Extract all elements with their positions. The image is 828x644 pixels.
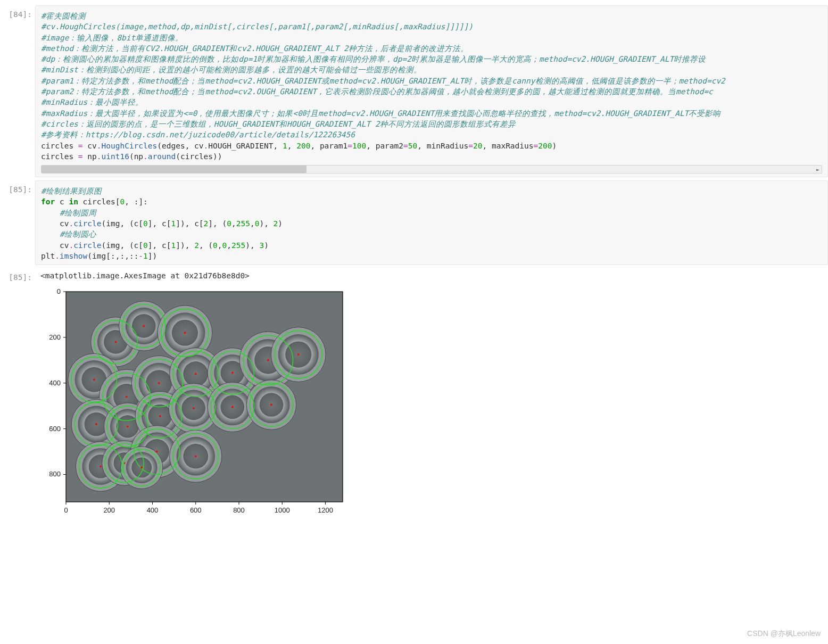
svg-point-79: [231, 372, 234, 374]
svg-point-81: [267, 359, 269, 361]
code-line: circles = np.uint16(np.around(circles)): [41, 151, 822, 162]
code-cell-85: [85]: #绘制结果到原图for c in circles[0, :]: #绘…: [0, 180, 828, 265]
svg-point-85: [95, 423, 97, 425]
comment: #霍夫圆检测: [41, 11, 822, 21]
comment: #param1：特定方法参数，和method配合；当method=cv2.HOU…: [41, 76, 822, 86]
output-text: <matplotlib.image.AxesImage at 0x21d76b8…: [35, 268, 828, 283]
svg-text:400: 400: [49, 379, 61, 387]
svg-point-103: [195, 455, 197, 457]
prompt-84: [84]:: [0, 5, 35, 19]
comment: #minDist：检测到圆心的间距，设置的越小可能检测的圆形越多，设置的越大可能…: [41, 64, 822, 75]
svg-text:1000: 1000: [275, 506, 290, 514]
code-84[interactable]: #霍夫圆检测#cv.HoughCircles(image,method,dp,m…: [41, 11, 822, 162]
prompt-85-out: [85]:: [0, 268, 35, 282]
svg-point-73: [126, 396, 128, 398]
svg-point-83: [297, 353, 300, 356]
svg-text:400: 400: [147, 506, 159, 514]
code-area-84[interactable]: #霍夫圆检测#cv.HoughCircles(image,method,dp,m…: [35, 5, 828, 177]
svg-text:0: 0: [57, 287, 61, 295]
prompt-empty: [0, 286, 35, 291]
comment: #绘制圆心: [41, 229, 822, 240]
svg-text:600: 600: [190, 506, 202, 514]
comment: #param2：特定方法参数，和method配合；当method=cv2.OUG…: [41, 86, 822, 97]
comment: #minRadius：最小圆半径。: [41, 97, 822, 108]
comment: #circles：返回的圆形的点，是一个三维数组，HOUGH_GRADIENT和…: [41, 119, 822, 129]
horizontal-scrollbar[interactable]: ◄ ►: [41, 165, 822, 174]
svg-point-71: [93, 379, 95, 381]
svg-point-91: [193, 407, 195, 409]
svg-text:200: 200: [49, 333, 61, 341]
svg-text:800: 800: [233, 506, 245, 514]
svg-point-67: [143, 325, 145, 327]
scroll-right-arrow-icon[interactable]: ►: [814, 166, 822, 173]
svg-text:0: 0: [64, 506, 68, 514]
output-cell-85-text: [85]: <matplotlib.image.AxesImage at 0x2…: [0, 268, 828, 283]
svg-point-75: [158, 382, 160, 384]
svg-text:200: 200: [103, 506, 115, 514]
comment: #cv.HoughCircles(image,method,dp,minDist…: [41, 21, 822, 32]
comment: #method：检测方法，当前有CV2.HOUGH_GRADIENT和cv2.H…: [41, 43, 822, 54]
comment: #绘制结果到原图: [41, 186, 822, 196]
svg-point-77: [195, 373, 197, 375]
svg-text:600: 600: [49, 425, 61, 433]
code-line: cv.circle(img, (c[0], c[1]), c[2], (0,25…: [41, 218, 822, 229]
svg-point-69: [184, 332, 186, 334]
svg-text:1200: 1200: [318, 506, 333, 514]
svg-point-105: [140, 467, 143, 469]
comment: #dp：检测圆心的累加器精度和图像精度比的倒数，比如dp=1时累加器和输入图像有…: [41, 54, 822, 64]
svg-point-97: [100, 466, 102, 468]
svg-point-93: [231, 406, 234, 408]
comment: #参考资料：https://blog.csdn.net/juzicode00/a…: [41, 129, 822, 140]
plot-output: 0200400600800100012000200400600800: [35, 286, 828, 526]
svg-point-95: [270, 404, 272, 406]
scrollbar-thumb[interactable]: [42, 166, 307, 173]
svg-point-101: [156, 451, 158, 453]
svg-text:800: 800: [49, 470, 61, 478]
notebook: [84]: #霍夫圆检测#cv.HoughCircles(image,metho…: [0, 0, 828, 540]
code-line: for c in circles[0, :]:: [41, 196, 822, 207]
output-cell-85-plot: 0200400600800100012000200400600800: [0, 286, 828, 526]
svg-point-89: [159, 415, 161, 417]
comment: #maxRadius：最大圆半径，如果设置为<=0，使用最大图像尺寸；如果<0时…: [41, 108, 822, 119]
code-area-85[interactable]: #绘制结果到原图for c in circles[0, :]: #绘制圆周 cv…: [35, 180, 828, 265]
code-cell-84: [84]: #霍夫圆检测#cv.HoughCircles(image,metho…: [0, 5, 828, 177]
prompt-85: [85]:: [0, 180, 35, 194]
code-85[interactable]: #绘制结果到原图for c in circles[0, :]: #绘制圆周 cv…: [41, 186, 822, 261]
code-line: cv.circle(img, (c[0], c[1]), 2, (0,0,255…: [41, 240, 822, 251]
svg-point-65: [114, 341, 117, 343]
comment: #image：输入图像，8bit单通道图像。: [41, 32, 822, 43]
comment: #绘制圆周: [41, 208, 822, 218]
svg-point-87: [127, 426, 129, 428]
matplotlib-figure: 0200400600800100012000200400600800: [40, 286, 354, 526]
code-line: plt.imshow(img[:,:,::-1]): [41, 251, 822, 261]
code-line: circles = cv.HoughCircles(edges, cv.HOUG…: [41, 141, 822, 151]
